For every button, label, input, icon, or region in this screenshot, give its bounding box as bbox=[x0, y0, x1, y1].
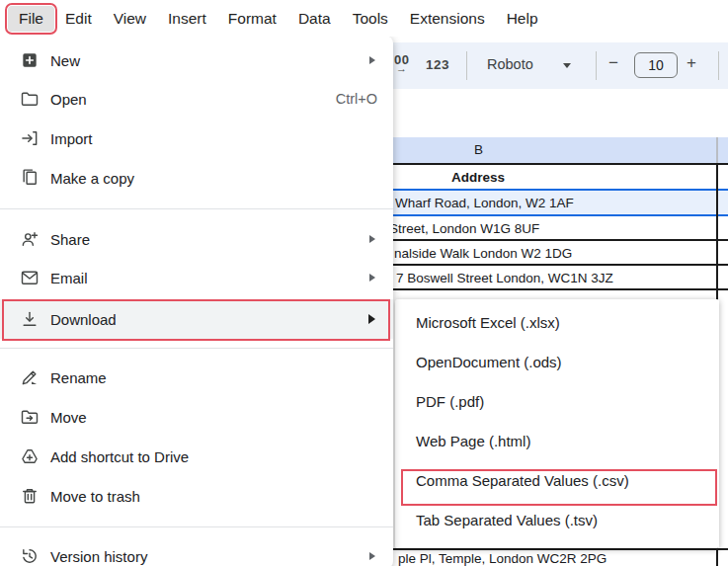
menu-item-new[interactable]: New bbox=[0, 40, 393, 80]
menu-item-add-shortcut-to-drive[interactable]: Add shortcut to Drive bbox=[0, 437, 393, 476]
toolbar-divider bbox=[596, 51, 597, 80]
column-b-header[interactable]: B bbox=[474, 142, 483, 157]
menu-item-import[interactable]: Import bbox=[0, 119, 393, 158]
toolbar-divider bbox=[466, 51, 467, 80]
chevron-down-icon[interactable] bbox=[563, 63, 571, 68]
menu-item-label: New bbox=[50, 52, 369, 69]
increase-font-size-button[interactable]: + bbox=[687, 53, 696, 73]
submenu-arrow-icon bbox=[369, 235, 375, 243]
folder-move-icon bbox=[18, 405, 41, 429]
menubar-item-extensions[interactable]: Extensions bbox=[399, 6, 496, 32]
gridline bbox=[393, 264, 728, 266]
menu-item-open[interactable]: Open Ctrl+O bbox=[0, 79, 393, 119]
menubar-item-help[interactable]: Help bbox=[496, 6, 549, 32]
submenu-item-html[interactable]: Web Page (.html) bbox=[395, 422, 719, 461]
submenu-arrow-icon bbox=[369, 56, 375, 64]
copy-icon bbox=[18, 166, 41, 190]
menubar-item-data[interactable]: Data bbox=[287, 6, 342, 32]
menu-divider bbox=[0, 208, 393, 209]
menu-item-label: Version history bbox=[50, 548, 369, 565]
increase-decimal-arrow: → bbox=[396, 62, 407, 74]
drive-add-icon bbox=[18, 445, 41, 468]
menu-item-label: Share bbox=[50, 231, 369, 248]
column-header-row[interactable] bbox=[393, 137, 728, 164]
cell-row[interactable]: nalside Walk London W2 1DG bbox=[394, 246, 572, 261]
file-menu-dropdown: New Open Ctrl+O Import Make bbox=[0, 36, 393, 566]
new-file-icon bbox=[18, 48, 41, 72]
email-icon bbox=[18, 266, 41, 289]
person-add-icon bbox=[18, 227, 41, 251]
download-icon bbox=[18, 307, 41, 331]
history-icon bbox=[18, 544, 41, 566]
menu-item-version-history[interactable]: Version history bbox=[0, 536, 393, 566]
menu-item-email[interactable]: Email bbox=[0, 258, 393, 297]
cell-address-header[interactable]: Address bbox=[451, 170, 505, 185]
column-header-divider bbox=[716, 137, 718, 163]
font-size-input[interactable]: 10 bbox=[634, 52, 678, 78]
menu-item-label: Make a copy bbox=[50, 170, 377, 187]
gridline bbox=[393, 548, 728, 550]
gridline bbox=[393, 239, 728, 241]
download-submenu: Microsoft Excel (.xlsx) OpenDocument (.o… bbox=[395, 299, 719, 548]
import-icon bbox=[18, 126, 41, 150]
menu-item-label: Move to trash bbox=[50, 488, 377, 505]
submenu-arrow-icon bbox=[368, 314, 375, 324]
gridline bbox=[393, 288, 728, 290]
menu-item-label: Move bbox=[50, 409, 377, 426]
menubar-item-format[interactable]: Format bbox=[217, 6, 287, 32]
pencil-icon bbox=[18, 365, 41, 389]
menu-item-label: Import bbox=[50, 130, 377, 147]
menubar-item-edit[interactable]: Edit bbox=[54, 6, 103, 32]
menu-item-label: Add shortcut to Drive bbox=[50, 448, 377, 465]
menu-item-label: Rename bbox=[50, 369, 377, 386]
google-sheets-window: B Address Wharf Road, London, W2 1AF Str… bbox=[0, 0, 728, 566]
menu-item-label: Email bbox=[50, 270, 369, 286]
menu-item-rename[interactable]: Rename bbox=[0, 358, 393, 397]
menu-item-label: Download bbox=[50, 311, 368, 328]
cell-row[interactable]: Wharf Road, London, W2 1AF bbox=[395, 196, 574, 210]
submenu-item-pdf[interactable]: PDF (.pdf) bbox=[395, 382, 719, 422]
menubar-item-view[interactable]: View bbox=[103, 6, 157, 32]
cell-row[interactable]: ple Pl, Temple, London WC2R 2PG bbox=[398, 551, 607, 566]
cell-row[interactable]: 7 Boswell Street London, WC1N 3JZ bbox=[396, 271, 613, 285]
menu-divider bbox=[0, 526, 393, 527]
menu-item-share[interactable]: Share bbox=[0, 219, 393, 259]
format-as-number-button[interactable]: 123 bbox=[426, 57, 449, 72]
menu-item-download[interactable]: Download bbox=[0, 299, 393, 339]
menubar-item-tools[interactable]: Tools bbox=[342, 6, 399, 32]
shortcut-label: Ctrl+O bbox=[336, 91, 377, 107]
menubar-item-insert[interactable]: Insert bbox=[157, 6, 217, 32]
menu-item-make-a-copy[interactable]: Make a copy bbox=[0, 158, 393, 198]
menu-divider bbox=[0, 348, 393, 349]
submenu-arrow-icon bbox=[369, 274, 375, 282]
submenu-item-tsv[interactable]: Tab Separated Values (.tsv) bbox=[395, 501, 719, 540]
folder-open-icon bbox=[18, 87, 41, 111]
submenu-item-ods[interactable]: OpenDocument (.ods) bbox=[395, 343, 719, 382]
submenu-arrow-icon bbox=[369, 552, 375, 560]
menubar-item-file[interactable]: File bbox=[8, 6, 54, 32]
submenu-item-xlsx[interactable]: Microsoft Excel (.xlsx) bbox=[395, 303, 719, 343]
toolbar-divider bbox=[718, 51, 719, 80]
menu-item-move[interactable]: Move bbox=[0, 397, 393, 437]
font-family-select[interactable]: Roboto bbox=[487, 56, 533, 72]
menubar: File Edit View Insert Format Data Tools … bbox=[0, 0, 728, 37]
submenu-item-csv[interactable]: Comma Separated Values (.csv) bbox=[395, 461, 719, 501]
trash-icon bbox=[18, 484, 41, 508]
menu-item-label: Open bbox=[50, 91, 336, 108]
menu-item-move-to-trash[interactable]: Move to trash bbox=[0, 476, 393, 516]
toolbar: 00 → 123 Roboto − 10 + bbox=[375, 42, 728, 89]
cell-row[interactable]: Street, London W1G 8UF bbox=[389, 221, 539, 236]
gridline bbox=[393, 163, 728, 165]
decrease-font-size-button[interactable]: − bbox=[608, 53, 618, 73]
